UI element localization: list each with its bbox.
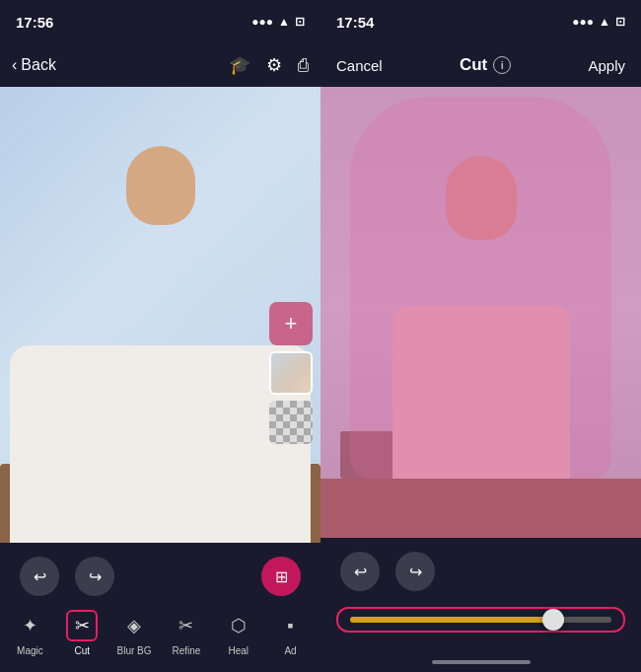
layer-thumbnail-person[interactable] bbox=[269, 351, 313, 395]
settings-icon[interactable]: ⚙ bbox=[266, 54, 282, 76]
status-icons-right: ●●● ▲ ⊡ bbox=[572, 15, 625, 29]
slider-thumb[interactable] bbox=[542, 609, 564, 631]
top-nav-left: ‹ Back 🎓 ⚙ ⎙ bbox=[0, 43, 320, 87]
wifi-icon-left: ▲ bbox=[278, 15, 290, 29]
tool-ad[interactable]: ▪ Ad bbox=[266, 610, 316, 656]
main-image-area: + bbox=[0, 87, 320, 543]
time-right: 17:54 bbox=[336, 14, 374, 31]
tool-cut-label: Cut bbox=[74, 645, 90, 656]
layers-button[interactable]: ⊞ bbox=[261, 557, 301, 596]
battery-icon-right: ⊡ bbox=[615, 15, 625, 29]
home-indicator-right bbox=[432, 660, 531, 664]
redo-button-right[interactable]: ↪ bbox=[395, 552, 435, 591]
share-icon[interactable]: ⎙ bbox=[298, 55, 309, 76]
back-label: Back bbox=[21, 56, 56, 74]
tool-ad-label: Ad bbox=[284, 645, 296, 656]
tool-magic[interactable]: ✦ Magic bbox=[5, 610, 54, 656]
nav-icons-right: 🎓 ⚙ ⎙ bbox=[229, 54, 309, 76]
magic-icon: ✦ bbox=[14, 610, 45, 641]
undo-redo-row: ↩ ↪ bbox=[20, 557, 114, 596]
time-left: 17:56 bbox=[16, 14, 53, 31]
education-icon[interactable]: 🎓 bbox=[229, 54, 250, 76]
heal-icon: ⬡ bbox=[223, 610, 254, 641]
right-panel: 17:54 ●●● ▲ ⊡ Cancel Cut i Apply bbox=[320, 0, 641, 672]
cut-image-area bbox=[320, 87, 641, 538]
undo-button-right[interactable]: ↩ bbox=[340, 552, 380, 591]
layer-thumbnail-transparent[interactable] bbox=[269, 401, 313, 444]
info-icon[interactable]: i bbox=[493, 56, 511, 74]
signal-icon-right: ●●● bbox=[572, 15, 594, 29]
tool-magic-label: Magic bbox=[17, 645, 43, 656]
refine-icon: ✂ bbox=[171, 610, 202, 641]
tool-heal-label: Heal bbox=[228, 645, 249, 656]
tool-refine-label: Refine bbox=[172, 645, 200, 656]
redo-button[interactable]: ↪ bbox=[75, 557, 114, 596]
battery-icon-left: ⊡ bbox=[295, 15, 305, 29]
person-selection-highlight bbox=[350, 97, 611, 479]
add-layer-button[interactable]: + bbox=[269, 302, 313, 345]
slider-section bbox=[320, 597, 641, 652]
bottom-controls-left: ↩ ↪ ⊞ ✦ Magic ✂ Cut ◈ Blur BG ✂ Refine bbox=[0, 543, 320, 672]
status-icons-left: ●●● ▲ ⊡ bbox=[251, 15, 305, 29]
layers-icon: ⊞ bbox=[275, 567, 288, 586]
person-body bbox=[10, 345, 311, 543]
tool-refine[interactable]: ✂ Refine bbox=[162, 610, 211, 656]
ad-icon: ▪ bbox=[275, 610, 307, 641]
person-head bbox=[126, 146, 195, 225]
left-panel: 17:56 ●●● ▲ ⊡ ‹ Back 🎓 ⚙ ⎙ bbox=[0, 0, 320, 672]
slider-track bbox=[350, 617, 611, 623]
tool-cut[interactable]: ✂ Cut bbox=[57, 610, 107, 656]
tools-row: ✦ Magic ✂ Cut ◈ Blur BG ✂ Refine ⬡ Heal … bbox=[0, 602, 320, 672]
top-nav-right: Cancel Cut i Apply bbox=[320, 43, 641, 87]
tool-blur-bg[interactable]: ◈ Blur BG bbox=[109, 610, 159, 656]
cut-title-area: Cut i bbox=[460, 55, 511, 75]
cut-icon: ✂ bbox=[66, 610, 98, 641]
back-button[interactable]: ‹ Back bbox=[12, 56, 56, 74]
tool-heal[interactable]: ⬡ Heal bbox=[214, 610, 263, 656]
blur-bg-icon: ◈ bbox=[118, 610, 150, 641]
signal-icon-left: ●●● bbox=[251, 15, 273, 29]
action-row-right: ↩ ↪ bbox=[320, 546, 641, 597]
back-chevron-icon: ‹ bbox=[12, 56, 17, 74]
cut-title-label: Cut bbox=[460, 55, 487, 75]
tool-blur-bg-label: Blur BG bbox=[117, 645, 152, 656]
slider-container bbox=[336, 607, 625, 633]
overlay-thumbnails: + bbox=[269, 302, 313, 444]
apply-button[interactable]: Apply bbox=[588, 57, 625, 74]
undo-button[interactable]: ↩ bbox=[20, 557, 59, 596]
action-row-left: ↩ ↪ ⊞ bbox=[0, 551, 320, 602]
wifi-icon-right: ▲ bbox=[599, 15, 610, 29]
status-bar-right: 17:54 ●●● ▲ ⊡ bbox=[320, 0, 641, 43]
status-bar-left: 17:56 ●●● ▲ ⊡ bbox=[0, 0, 320, 43]
bottom-bar-right bbox=[320, 652, 641, 672]
cancel-button[interactable]: Cancel bbox=[336, 57, 383, 74]
bottom-controls-right: ↩ ↪ bbox=[320, 538, 641, 672]
